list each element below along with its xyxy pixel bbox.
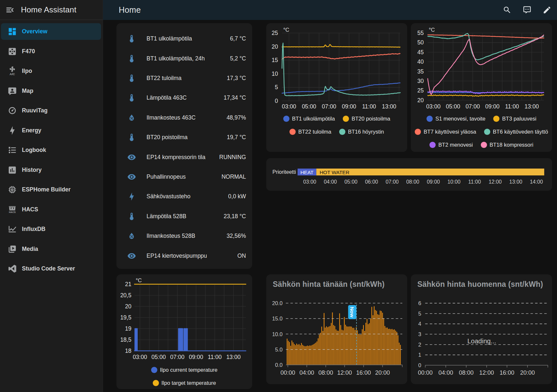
legend-row: BT7 käyttövesi yläosaBT6 käyttöveden täy…	[411, 129, 552, 135]
legend-item[interactable]: BT2 menovesi	[429, 142, 473, 148]
timeline-segment-label[interactable]: HEAT	[298, 170, 316, 175]
entities-card: BT1 ulkolämpötila6,7 °CBT1 ulkolämpötila…	[116, 23, 252, 269]
entity-row[interactable]: BT22 tuloilma17,3 °C	[116, 68, 252, 88]
sidebar-item-ruuvitag[interactable]: RuuviTag	[1, 102, 101, 119]
entity-value: 0,0 kW	[228, 193, 246, 200]
sidebar-item-label: Energy	[22, 127, 41, 134]
entity-row[interactable]: Sähkövastusteho0,0 kW	[116, 187, 252, 206]
play-box-multiple-icon	[8, 245, 16, 253]
entity-name: Ilmankosteus 528B	[147, 233, 227, 239]
legend-item[interactable]: BT16 höyrystin	[339, 129, 384, 135]
thermometer-icon	[128, 212, 135, 220]
legend-label: BT16 höyrystin	[348, 129, 384, 135]
legend-color-dot	[415, 129, 421, 135]
legend-label: S1 menovesi, tavoite	[435, 116, 485, 122]
sidebar-item-label: Map	[22, 88, 33, 94]
sidebar-toggle-button[interactable]	[0, 0, 20, 20]
legend-item[interactable]: Ilpo current temperature	[151, 367, 218, 373]
sidebar-item-logbook[interactable]: Logbook	[1, 142, 101, 158]
entity-value: 19,7 °C	[227, 134, 246, 141]
legend-row: S1 menovesi, tavoiteBT3 paluuvesi	[411, 116, 552, 122]
entity-value: 17,34 °C	[224, 94, 246, 101]
sidebar: Home Assistant OverviewF470A/CIlpoMapRuu…	[0, 0, 103, 392]
sidebar-item-esphome-builder[interactable]: ESPHome Builder	[1, 181, 101, 198]
legend-item[interactable]: BT22 tuloilma	[289, 129, 331, 135]
sidebar-item-hacs[interactable]: HACSHACS	[1, 201, 101, 218]
entity-name: EP14 kiertovesipumppu	[147, 253, 237, 259]
entity-name: Ilmankosteus 463C	[147, 114, 227, 121]
sidebar-item-map[interactable]: Map	[1, 83, 101, 99]
entity-row[interactable]: PuhallinnopeusNORMAL	[116, 167, 252, 187]
entity-name: Lämpötila 528B	[147, 213, 224, 220]
heat-pump-icon	[8, 47, 16, 55]
price-today-card	[266, 274, 407, 384]
legend-item[interactable]: BT20 poistoilma	[343, 116, 390, 122]
sidebar-item-studio-code-server[interactable]: Studio Code Server	[1, 260, 101, 277]
sidebar-title: Home Assistant	[21, 5, 77, 14]
sidebar-item-ilpo[interactable]: A/CIlpo	[1, 63, 101, 79]
legend-color-dot	[426, 116, 433, 122]
sidebar-item-influxdb[interactable]: InfluxDB	[1, 221, 101, 237]
sidebar-item-overview[interactable]: Overview	[1, 23, 101, 40]
assist-button[interactable]	[517, 0, 537, 20]
entity-value: 5,2 °C	[230, 55, 246, 62]
gauge-icon	[8, 107, 16, 115]
legend-label: BT22 tuloilma	[298, 129, 331, 135]
sidebar-item-label: HACS	[22, 206, 38, 213]
legend-color-dot	[151, 367, 157, 373]
legend-item[interactable]: S1 menovesi, tavoite	[426, 116, 485, 122]
sidebar-item-label: RuuviTag	[22, 107, 47, 114]
lightning-bolt-icon	[8, 126, 16, 134]
legend-item[interactable]: BT1 ulkolämpötila	[283, 116, 335, 122]
legend-color-dot	[493, 116, 499, 122]
legend-item[interactable]: BT3 paluuvesi	[493, 116, 536, 122]
entity-row[interactable]: Ilmankosteus 463C48,97%	[116, 108, 252, 127]
legend-label: BT18 kompressori	[490, 142, 533, 148]
entity-row[interactable]: EP14 kiertovesipumppuON	[116, 246, 252, 266]
entity-value: 6,7 °C	[230, 35, 246, 42]
edit-button[interactable]	[537, 0, 557, 20]
legend-label: BT2 menovesi	[438, 142, 473, 148]
sidebar-menu: OverviewF470A/CIlpoMapRuuviTagEnergyLogb…	[0, 23, 103, 280]
legend-item[interactable]: BT18 kompressori	[481, 142, 533, 148]
sidebar-item-f470[interactable]: F470	[1, 43, 101, 60]
entity-row[interactable]: BT1 ulkolämpötila, 24h5,2 °C	[116, 49, 252, 68]
entity-value: ON	[237, 253, 246, 259]
hacs-store-icon: HACS	[8, 205, 16, 213]
sidebar-item-label: Ilpo	[22, 68, 32, 74]
legend-color-dot	[343, 116, 349, 122]
eye-icon	[128, 153, 135, 161]
legend-label: BT6 käyttöveden täyttö	[493, 129, 548, 135]
entity-row[interactable]: BT1 ulkolämpötila6,7 °C	[116, 29, 252, 49]
chart-box-icon	[8, 166, 16, 174]
entity-row[interactable]: EP14 kompressorin tilaRUNNING	[116, 147, 252, 167]
legend-row: BT22 tuloilmaBT16 höyrystin	[267, 129, 407, 135]
price-today-title: Sähkön hinta tänään (snt/kWh)	[273, 280, 385, 289]
search-button[interactable]	[497, 0, 517, 20]
legend-item[interactable]: Ilpo target temperature	[153, 380, 216, 386]
sidebar-item-media[interactable]: Media	[1, 241, 101, 257]
account-map-icon	[8, 87, 16, 95]
legend-color-dot	[283, 116, 289, 122]
timeline-segment-label[interactable]: HOT WATER	[320, 170, 544, 175]
sidebar-item-label: F470	[22, 48, 35, 55]
sidebar-item-label: Logbook	[22, 147, 46, 154]
sidebar-item-energy[interactable]: Energy	[1, 122, 101, 139]
legend-label: Ilpo target temperature	[162, 380, 216, 386]
legend-item[interactable]: BT7 käyttövesi yläosa	[415, 129, 476, 135]
sidebar-item-history[interactable]: History	[1, 162, 101, 178]
eye-icon	[128, 252, 135, 260]
legend-item[interactable]: BT6 käyttöveden täyttö	[484, 129, 548, 135]
entity-row[interactable]: Lämpötila 528B23,18 °C	[116, 206, 252, 226]
entity-name: Lämpötila 463C	[147, 94, 224, 101]
legend-label: Ilpo current temperature	[160, 367, 218, 373]
entity-row[interactable]: Ilmankosteus 528B32,56%	[116, 226, 252, 246]
entity-value: RUNNING	[219, 154, 246, 161]
message-processing-icon	[523, 6, 531, 14]
entity-row[interactable]: Lämpötila 463C17,34 °C	[116, 88, 252, 108]
entity-name: Puhallinnopeus	[147, 173, 221, 180]
entity-row[interactable]: BT20 poistoilma19,7 °C	[116, 128, 252, 147]
sidebar-item-label: Overview	[22, 28, 47, 35]
legend-row: BT2 menovesiBT18 kompressori	[411, 142, 552, 148]
legend-color-dot	[429, 142, 436, 148]
